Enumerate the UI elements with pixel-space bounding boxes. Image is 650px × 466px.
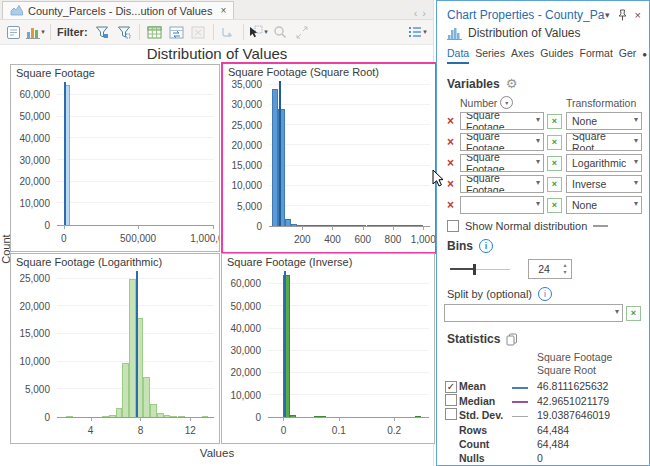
document-tabstrip: County_Parcels - Dis...ution of Values ×… xyxy=(0,0,433,20)
stat-row-rows: Rows64,484 xyxy=(445,422,645,436)
clear-selection-button-disabled[interactable] xyxy=(188,22,209,42)
gear-icon[interactable]: ⚙ xyxy=(506,76,518,91)
filter-by-extent-button[interactable] xyxy=(114,22,135,42)
remove-variable-icon[interactable]: × xyxy=(444,157,457,169)
expression-icon[interactable]: × xyxy=(547,156,562,171)
x-tick-mark xyxy=(363,226,364,230)
chart-list-button[interactable]: ▾ xyxy=(407,22,428,42)
tab-guides[interactable]: Guides xyxy=(540,47,573,64)
export-button-disabled[interactable] xyxy=(218,22,239,42)
subplot-square-footage[interactable]: Square Footage010,00020,00030,00040,0005… xyxy=(10,64,220,252)
subplot-title: Square Footage (Logarithmic) xyxy=(16,256,162,268)
expression-icon[interactable]: × xyxy=(547,135,562,150)
zoom-mode-button-disabled[interactable] xyxy=(270,22,291,42)
show-table-button[interactable] xyxy=(144,22,165,42)
transformation-select[interactable]: None▾ xyxy=(566,112,642,130)
histogram-bar[interactable] xyxy=(164,415,171,417)
tab-axes[interactable]: Axes xyxy=(511,47,534,64)
histogram-bar[interactable] xyxy=(143,377,150,417)
field-select[interactable]: Square Footage▾ xyxy=(460,112,544,130)
stat-checkbox[interactable] xyxy=(445,394,457,406)
plot-area[interactable] xyxy=(268,271,429,418)
filter-by-selection-button[interactable] xyxy=(92,22,113,42)
histogram-bar[interactable] xyxy=(157,413,164,417)
tab-series[interactable]: Series xyxy=(475,47,505,64)
expression-icon[interactable]: × xyxy=(547,198,562,213)
chart-properties-button[interactable] xyxy=(3,22,24,42)
histogram-bar[interactable] xyxy=(170,416,177,417)
histogram-bar[interactable] xyxy=(122,363,129,417)
close-panel-icon[interactable]: × xyxy=(635,9,641,21)
gridline xyxy=(57,116,214,117)
chart-document-tab[interactable]: County_Parcels - Dis...ution of Values × xyxy=(2,1,234,19)
copy-icon[interactable] xyxy=(506,333,518,346)
spinner-down-icon[interactable]: ▾ xyxy=(563,269,566,276)
stat-row-std-dev-: Std. Dev.19.0387646019 xyxy=(445,408,645,422)
plot-area[interactable] xyxy=(57,82,214,226)
chart-type-button[interactable]: ▾ xyxy=(25,22,46,42)
transformation-select[interactable]: None▾ xyxy=(566,196,642,214)
field-select[interactable]: ▾ xyxy=(460,196,544,214)
histogram-bar[interactable] xyxy=(178,416,185,417)
histogram-bar[interactable] xyxy=(102,416,109,417)
field-select[interactable]: Square Footage▾ xyxy=(460,175,544,193)
tab-data[interactable]: Data xyxy=(447,47,469,64)
stat-checkbox[interactable]: ✓ xyxy=(445,381,457,393)
filter-label: Filter: xyxy=(57,26,88,38)
bins-spinner[interactable]: 24 ▴ ▾ xyxy=(528,259,572,279)
remove-variable-icon[interactable]: × xyxy=(444,136,457,148)
slider-handle[interactable] xyxy=(473,264,476,275)
pin-icon[interactable] xyxy=(618,9,627,21)
subplot-square-footage-square-root-selected[interactable]: Square Footage (Square Root)05,00010,000… xyxy=(221,62,437,254)
remove-variable-icon[interactable]: × xyxy=(444,199,457,211)
show-normal-checkbox[interactable] xyxy=(447,220,459,232)
expression-icon[interactable]: × xyxy=(547,177,562,192)
tabs-overflow-icon[interactable]: ●●● xyxy=(642,50,649,62)
split-by-info-icon[interactable]: i xyxy=(538,287,552,301)
tab-scroll-right-icon[interactable]: › xyxy=(422,7,426,19)
tab-ger[interactable]: Ger xyxy=(619,47,637,64)
gridline xyxy=(57,94,214,95)
plot-area[interactable] xyxy=(269,81,430,227)
expression-icon[interactable]: × xyxy=(547,114,562,129)
histogram-bar[interactable] xyxy=(320,416,326,417)
spinner-arrows[interactable]: ▴ ▾ xyxy=(559,262,571,276)
number-collapse-icon[interactable]: ▾ xyxy=(500,96,513,109)
field-select[interactable]: Square Footage▾ xyxy=(460,133,544,151)
histogram-bar[interactable] xyxy=(116,408,123,417)
field-select[interactable]: Square Footage▾ xyxy=(460,154,544,172)
stat-checkbox[interactable] xyxy=(445,408,457,420)
remove-variable-icon[interactable]: × xyxy=(444,178,457,190)
plot-area[interactable] xyxy=(57,271,214,418)
full-extent-button-disabled[interactable] xyxy=(292,22,313,42)
transformation-select[interactable]: Square Root▾ xyxy=(566,133,642,151)
gridline xyxy=(269,124,430,125)
histogram-bar[interactable] xyxy=(66,416,73,417)
bins-slider[interactable] xyxy=(450,263,510,276)
y-tick-label: 20,000 xyxy=(10,301,50,312)
variable-row-1: ×Square Footage▾×None▾ xyxy=(444,112,642,130)
bins-info-icon[interactable]: i xyxy=(479,239,493,253)
split-by-select[interactable]: ▾ xyxy=(444,304,623,322)
histogram-bar[interactable] xyxy=(290,415,296,417)
transformation-select[interactable]: Logarithmic▾ xyxy=(566,154,642,172)
histogram-bar[interactable] xyxy=(150,404,157,417)
x-tick-mark xyxy=(64,225,65,229)
panel-menu-chevron-icon[interactable]: ▾ xyxy=(605,10,610,20)
remove-variable-icon[interactable]: × xyxy=(444,115,457,127)
selection-mode-button[interactable]: ▾ xyxy=(248,22,269,42)
panel-header-icons: ▾ × xyxy=(605,9,641,21)
close-tab-icon[interactable]: × xyxy=(220,5,226,16)
tab-format[interactable]: Format xyxy=(580,47,613,64)
subplot-square-footage-logarithmic[interactable]: Square Footage (Logarithmic)05,00010,000… xyxy=(10,253,220,444)
histogram-bar[interactable] xyxy=(415,416,421,417)
switch-selection-button[interactable] xyxy=(166,22,187,42)
histogram-bar[interactable] xyxy=(202,416,209,417)
spinner-up-icon[interactable]: ▴ xyxy=(563,262,566,269)
subplot-square-footage-inverse[interactable]: Square Footage (Inverse)010,00020,00030,… xyxy=(221,253,435,444)
tab-scroll-left-icon[interactable]: ‹ xyxy=(414,7,418,19)
histogram-bar[interactable] xyxy=(109,415,116,417)
stat-row-count: Count64,484 xyxy=(445,437,645,451)
transformation-select[interactable]: Inverse▾ xyxy=(566,175,642,193)
split-by-expression-icon[interactable]: × xyxy=(626,306,641,321)
